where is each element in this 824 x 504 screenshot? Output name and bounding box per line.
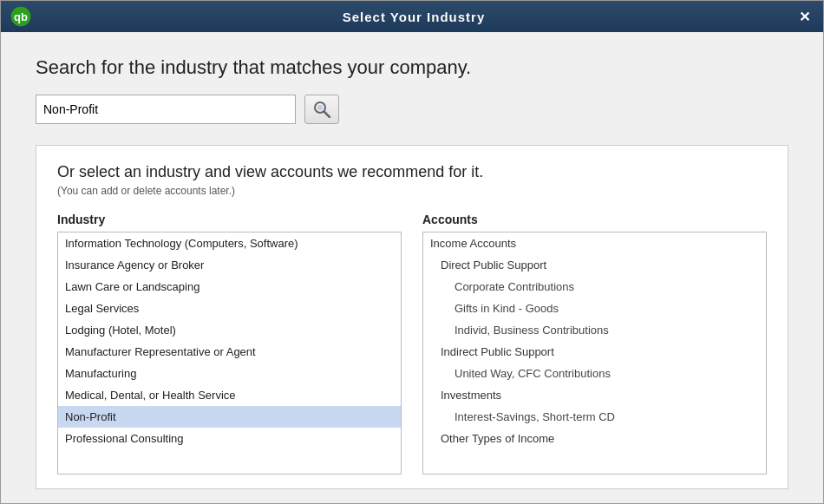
industry-list-item[interactable]: Professional Consulting: [58, 428, 401, 449]
dialog-title: Select Your Industry: [34, 10, 794, 24]
panel-subtext: (You can add or delete accounts later.): [57, 185, 767, 197]
svg-text:qb: qb: [14, 10, 28, 23]
industry-column: Industry Information Technology (Compute…: [57, 213, 402, 475]
industry-list-item[interactable]: Lodging (Hotel, Motel): [58, 319, 401, 341]
accounts-list-item[interactable]: Indirect Public Support: [423, 341, 766, 363]
industry-list-item[interactable]: Lawn Care or Landscaping: [58, 276, 401, 298]
svg-line-3: [324, 112, 330, 117]
columns: Industry Information Technology (Compute…: [57, 213, 767, 475]
panel-headline: Or select an industry and view accounts …: [57, 163, 767, 181]
industry-column-header: Industry: [57, 213, 402, 226]
qb-logo: qb: [10, 4, 34, 29]
industry-list-item[interactable]: Manufacturer Representative or Agent: [58, 341, 401, 363]
accounts-list-item[interactable]: Gifts in Kind - Goods: [423, 298, 766, 319]
industry-list-item[interactable]: Legal Services: [58, 298, 401, 319]
industry-list-item[interactable]: Insurance Agency or Broker: [58, 254, 401, 276]
accounts-list-item[interactable]: United Way, CFC Contributions: [423, 363, 766, 384]
accounts-column-header: Accounts: [422, 213, 767, 226]
search-row: [36, 95, 788, 124]
industry-list[interactable]: Information Technology (Computers, Softw…: [57, 232, 402, 475]
industry-list-item[interactable]: Non-Profit: [58, 406, 401, 428]
accounts-list-item[interactable]: Income Accounts: [423, 232, 766, 254]
titlebar: qb Select Your Industry ✕: [1, 1, 823, 32]
accounts-list-item[interactable]: Interest-Savings, Short-term CD: [423, 406, 766, 428]
svg-point-4: [317, 105, 323, 110]
dialog-content: Search for the industry that matches you…: [1, 32, 823, 504]
search-button[interactable]: [304, 95, 339, 124]
industry-list-item[interactable]: Manufacturing: [58, 363, 401, 384]
accounts-list-item[interactable]: Investments: [423, 384, 766, 406]
select-industry-dialog: qb Select Your Industry ✕ Search for the…: [0, 0, 824, 504]
industry-list-item[interactable]: Medical, Dental, or Health Service: [58, 384, 401, 406]
accounts-column: Accounts Income AccountsDirect Public Su…: [422, 213, 767, 475]
headline: Search for the industry that matches you…: [36, 56, 788, 79]
selection-panel: Or select an industry and view accounts …: [36, 145, 788, 489]
accounts-list-item[interactable]: Individ, Business Contributions: [423, 319, 766, 341]
industry-list-item[interactable]: Information Technology (Computers, Softw…: [58, 232, 401, 254]
accounts-list-item[interactable]: Direct Public Support: [423, 254, 766, 276]
accounts-list-item[interactable]: Corporate Contributions: [423, 276, 766, 298]
accounts-list-item[interactable]: Other Types of Income: [423, 428, 766, 449]
search-icon: [313, 101, 330, 118]
accounts-list[interactable]: Income AccountsDirect Public SupportCorp…: [422, 232, 767, 475]
close-button[interactable]: ✕: [794, 6, 814, 27]
search-input[interactable]: [36, 95, 296, 124]
